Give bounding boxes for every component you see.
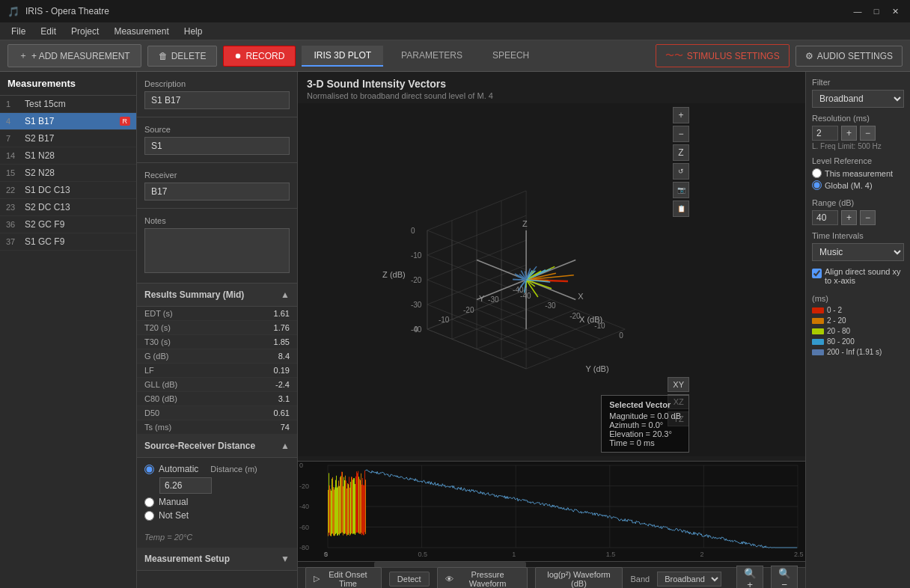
waveform-scrollbar[interactable]: [298, 561, 805, 567]
legend-label: 0 - 2: [827, 306, 842, 314]
measurement-item[interactable]: 37 S1 GC F9: [0, 233, 136, 251]
results-header[interactable]: Results Summary (Mid) ▲: [137, 284, 297, 307]
iris3d-canvas[interactable]: [298, 103, 805, 456]
measurement-item[interactable]: 15 S2 N28: [0, 165, 136, 182]
legend-label: 2 - 20: [827, 316, 846, 325]
zoom-in-button[interactable]: +: [673, 107, 689, 123]
menu-help[interactable]: Help: [177, 25, 210, 38]
zoom-out-button[interactable]: −: [673, 126, 689, 142]
align-checkbox[interactable]: [812, 269, 822, 278]
radio-this-measurement-input[interactable]: [812, 168, 822, 178]
receiver-section: Receiver: [137, 163, 297, 209]
results-row: GLL (dB) -2.4: [137, 378, 297, 392]
distance-header[interactable]: Source-Receiver Distance ▲: [137, 435, 297, 458]
time-intervals-label: Time Intervals: [812, 231, 904, 240]
distance-title: Source-Receiver Distance: [144, 441, 255, 451]
copy-button[interactable]: 📋: [673, 200, 689, 217]
result-value: 74: [281, 423, 290, 432]
range-increment[interactable]: +: [841, 210, 857, 225]
results-row: C80 (dB) 3.1: [137, 392, 297, 406]
radio-automatic-label: Automatic: [159, 464, 198, 474]
result-value: 0.61: [274, 408, 290, 417]
tab-parameters[interactable]: PARAMETERS: [389, 46, 474, 67]
stimulus-settings-button[interactable]: 〜〜 STIMULUS SETTINGS: [656, 44, 790, 67]
menu-measurement[interactable]: Measurement: [106, 25, 176, 38]
waveform-zoom-out[interactable]: 🔍−: [771, 566, 798, 589]
radio-automatic-input[interactable]: [144, 465, 154, 474]
measurement-item[interactable]: 36 S2 GC F9: [0, 216, 136, 233]
selected-magnitude: Magnitude = 0.0 dB: [609, 411, 681, 420]
pressure-waveform-button[interactable]: 👁 Pressure Waveform: [437, 567, 528, 589]
log-waveform-button[interactable]: log(p²) Waveform (dB): [535, 567, 623, 589]
result-value: -2.4: [275, 380, 290, 389]
temp-note: Temp = 20°C: [137, 533, 297, 542]
waveform-canvas[interactable]: [298, 462, 805, 559]
waveform-zoom-in[interactable]: 🔍+: [736, 566, 763, 589]
description-label: Description: [144, 79, 290, 88]
menu-project[interactable]: Project: [64, 25, 106, 38]
menu-edit[interactable]: Edit: [33, 25, 64, 38]
rotate-button[interactable]: ↺: [673, 163, 689, 180]
meas-setup-expand-icon: ▼: [281, 554, 290, 564]
range-section: Range (dB) + −: [812, 198, 904, 225]
meas-num: 22: [6, 186, 25, 195]
record-button[interactable]: ⏺ RECORD: [223, 46, 296, 67]
legend-items: 0 - 2 2 - 20 20 - 80 80 - 200 200 - Inf …: [812, 306, 904, 356]
filter-select[interactable]: Broadband Octave 1/3 Octave: [812, 90, 904, 108]
range-input[interactable]: [812, 210, 838, 225]
meas-num: 7: [6, 134, 25, 143]
zoom-reset-button[interactable]: Z: [673, 144, 689, 161]
delete-button[interactable]: 🗑 DELETE: [147, 46, 218, 67]
distance-label: Distance (m): [210, 465, 257, 474]
measurement-item[interactable]: 7 S2 B17: [0, 130, 136, 147]
measurement-item[interactable]: 22 S1 DC C13: [0, 182, 136, 199]
measurement-item[interactable]: 14 S1 N28: [0, 147, 136, 165]
app-title: IRIS - Opera Theatre: [25, 6, 109, 16]
minimize-button[interactable]: —: [850, 4, 865, 19]
meas-setup-header[interactable]: Measurement Setup ▼: [137, 548, 297, 571]
measurement-item[interactable]: 4 S1 B17 R: [0, 113, 136, 130]
legend-label: 80 - 200: [827, 337, 855, 346]
meas-num: 36: [6, 220, 25, 229]
zoom-controls: + − Z ↺ 📷 📋: [673, 107, 689, 217]
main-content: 3-D Sound Intensity Vectors Normalised t…: [298, 72, 805, 588]
legend-color: [812, 328, 824, 334]
close-button[interactable]: ✕: [888, 4, 903, 19]
band-select[interactable]: Broadband: [657, 572, 721, 587]
legend-item: 2 - 20: [812, 316, 904, 325]
resolution-increment[interactable]: +: [841, 126, 857, 141]
detect-button[interactable]: Detect: [389, 572, 430, 587]
receiver-input[interactable]: [144, 183, 290, 200]
resolution-section: Resolution (ms) + − L. Freq Limit: 500 H…: [812, 114, 904, 150]
tab-iris3d[interactable]: IRIS 3D PLOT: [302, 46, 383, 67]
audio-settings-button[interactable]: ⚙ AUDIO SETTINGS: [796, 46, 903, 67]
plot-area: 3-D Sound Intensity Vectors Normalised t…: [298, 72, 805, 461]
time-intervals-select[interactable]: Music Speech Custom: [812, 243, 904, 261]
view-xy-button[interactable]: XY: [668, 377, 689, 392]
radio-notset-input[interactable]: [144, 511, 154, 521]
distance-value-input[interactable]: [159, 477, 212, 494]
tab-speech[interactable]: SPEECH: [480, 46, 541, 67]
radio-manual-input[interactable]: [144, 497, 154, 507]
measurement-item[interactable]: 23 S2 DC C13: [0, 199, 136, 216]
menu-file[interactable]: File: [4, 25, 33, 38]
edit-onset-button[interactable]: ▷ Edit Onset Time: [305, 567, 382, 589]
range-decrement[interactable]: −: [860, 210, 876, 225]
resolution-decrement[interactable]: −: [860, 126, 876, 141]
legend-item: 20 - 80: [812, 327, 904, 335]
radio-global-input[interactable]: [812, 180, 822, 190]
description-input[interactable]: [144, 91, 290, 109]
notes-textarea[interactable]: [144, 228, 290, 273]
plus-icon: ＋: [19, 49, 28, 62]
middle-panel: Description Source Receiver Notes Result…: [137, 72, 298, 588]
radio-manual: Manual: [144, 497, 290, 507]
resolution-input[interactable]: [812, 126, 838, 141]
toolbar: ＋ + ADD MEASUREMENT 🗑 DELETE ⏺ RECORD IR…: [0, 40, 910, 72]
add-measurement-button[interactable]: ＋ + ADD MEASUREMENT: [7, 44, 141, 67]
meas-num: 4: [6, 117, 25, 126]
source-input[interactable]: [144, 137, 290, 155]
maximize-button[interactable]: □: [869, 4, 884, 19]
camera-button[interactable]: 📷: [673, 182, 689, 198]
measurement-item[interactable]: 1 Test 15cm: [0, 96, 136, 113]
sidebar-title: Measurements: [0, 72, 136, 96]
